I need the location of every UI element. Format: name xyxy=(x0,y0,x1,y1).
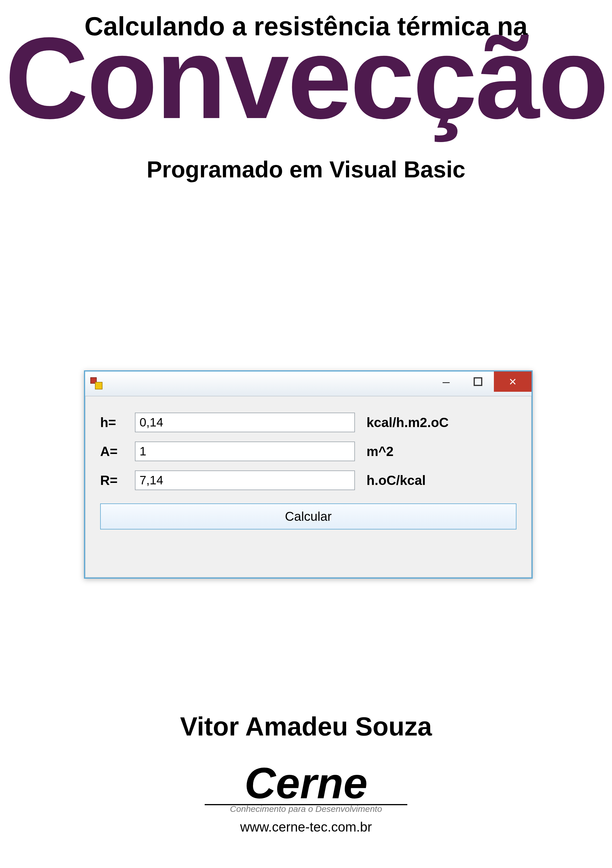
app-icon xyxy=(90,377,103,390)
author-name: Vitor Amadeu Souza xyxy=(0,712,612,742)
unit-r: h.oC/kcal xyxy=(367,473,426,488)
label-r: R= xyxy=(100,473,135,488)
label-a: A= xyxy=(100,443,135,459)
form-row-h: h= kcal/h.m2.oC xyxy=(100,408,516,437)
form-row-r: R= h.oC/kcal xyxy=(100,466,516,495)
title-subtitle: Programado em Visual Basic xyxy=(0,156,612,183)
window-controls: – × xyxy=(430,372,531,392)
input-r[interactable] xyxy=(135,470,355,490)
window-client-area: h= kcal/h.m2.oC A= m^2 R= h.oC/kcal Calc… xyxy=(85,397,531,578)
logo: Cerne Conhecimento para o Desenvolviment… xyxy=(0,764,612,835)
label-h: h= xyxy=(100,415,135,430)
calculate-button[interactable]: Calcular xyxy=(100,504,516,530)
unit-h: kcal/h.m2.oC xyxy=(367,415,449,430)
input-h[interactable] xyxy=(135,412,355,432)
window-titlebar[interactable]: – × xyxy=(85,372,531,397)
input-a[interactable] xyxy=(135,442,355,461)
minimize-button[interactable]: – xyxy=(430,372,462,392)
form-row-a: A= m^2 xyxy=(100,437,516,466)
logo-tagline: Conhecimento para o Desenvolvimento xyxy=(0,804,612,814)
page: Calculando a resistência térmica na Conv… xyxy=(0,0,612,868)
unit-a: m^2 xyxy=(367,443,393,459)
logo-url: www.cerne-tec.com.br xyxy=(0,819,612,835)
maximize-icon xyxy=(474,377,482,386)
app-window: – × h= kcal/h.m2.oC A= m^2 R= h.oC/kcal xyxy=(84,370,533,579)
maximize-button[interactable] xyxy=(462,372,494,392)
close-button[interactable]: × xyxy=(494,372,531,392)
logo-text: Cerne xyxy=(0,764,612,803)
title-big: Convecção xyxy=(0,17,612,139)
